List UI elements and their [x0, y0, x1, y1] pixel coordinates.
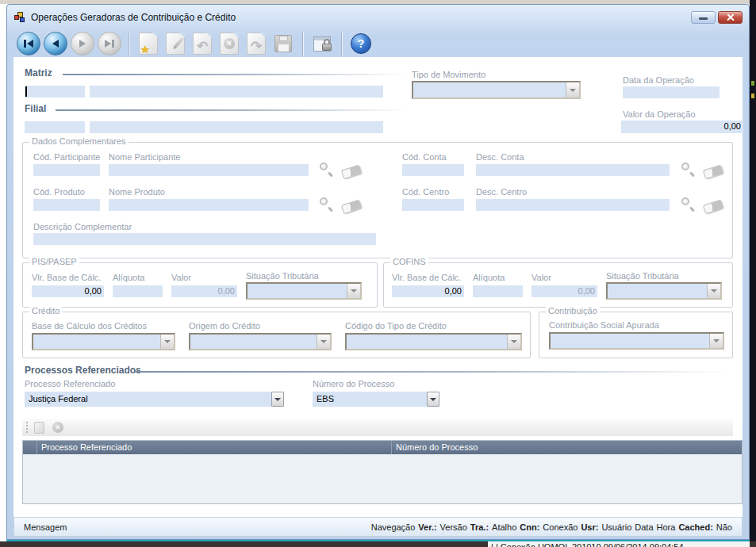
previous-record-button[interactable]	[44, 32, 67, 55]
pis-pasep-groupbox: PIS/PASEP Vlr. Base de Cálc. 0,00 Alíquo…	[22, 262, 378, 308]
dropdown-button[interactable]	[707, 284, 720, 298]
nome-produto-label: Nome Produto	[109, 187, 165, 197]
cod-conta-label: Cód. Conta	[402, 152, 447, 162]
cod-centro-label: Cód. Centro	[402, 187, 449, 197]
help-button[interactable]: ?	[349, 30, 373, 57]
cod-participante-input[interactable]	[33, 164, 100, 176]
pis-valor-label: Valor	[171, 273, 191, 282]
chevron-down-icon	[164, 340, 171, 343]
search-participante-button[interactable]	[317, 160, 336, 179]
descricao-complementar-input[interactable]	[33, 233, 376, 245]
processo-referenciado-combobox[interactable]: Justiça Federal	[25, 392, 284, 407]
pis-vlr-base-input[interactable]: 0,00	[32, 285, 104, 297]
processo-referenciado-label: Processo Referenciado	[25, 379, 115, 388]
dropdown-button[interactable]	[507, 335, 520, 349]
valor-operacao-input[interactable]: 0,00	[621, 120, 743, 133]
edit-record-button[interactable]	[163, 30, 187, 57]
cofins-situacao-combobox[interactable]	[606, 282, 722, 300]
processos-grid[interactable]: Processo Referenciado Número do Processo	[22, 440, 743, 504]
previous-record-icon	[52, 40, 59, 48]
dropdown-button[interactable]	[271, 392, 284, 407]
eraser-icon	[341, 200, 363, 215]
cod-conta-input[interactable]	[402, 164, 464, 176]
grid-column-processo-referenciado[interactable]: Processo Referenciado	[37, 441, 392, 454]
eraser-icon	[703, 165, 724, 180]
first-record-button[interactable]	[17, 32, 40, 55]
add-processo-button[interactable]	[34, 422, 44, 434]
pis-aliquota-label: Alíquota	[113, 273, 144, 282]
matriz-name-input[interactable]	[90, 86, 383, 98]
grid-body[interactable]	[23, 454, 742, 503]
clear-conta-button[interactable]	[704, 163, 723, 182]
pis-aliquota-input[interactable]	[113, 285, 163, 297]
filial-code-input[interactable]	[25, 121, 85, 133]
clear-participante-button[interactable]	[342, 163, 361, 182]
save-icon	[274, 35, 292, 52]
codigo-tipo-credito-combobox[interactable]	[345, 333, 522, 350]
undo-button[interactable]: ↶	[190, 30, 214, 57]
cancel-icon: ×	[220, 33, 239, 55]
last-record-button[interactable]	[98, 32, 121, 55]
matriz-code-input[interactable]	[25, 86, 85, 98]
clear-produto-button[interactable]	[342, 197, 361, 216]
next-record-button[interactable]	[71, 32, 94, 55]
eraser-icon	[703, 200, 724, 215]
pis-situacao-combobox[interactable]	[246, 282, 362, 300]
desktop-pixel-yellow	[751, 94, 754, 98]
contribuicao-social-combobox[interactable]	[549, 332, 724, 350]
dropdown-button[interactable]	[566, 82, 579, 98]
base-calculo-creditos-combobox[interactable]	[32, 333, 175, 350]
contribuicao-title: Contribuição	[546, 306, 600, 316]
dropdown-button[interactable]	[709, 334, 723, 348]
toolbar-grip	[26, 422, 28, 433]
search-icon	[680, 197, 696, 212]
cod-participante-label: Cód. Participante	[33, 152, 100, 162]
contribuicao-groupbox: Contribuição Contribuição Social Apurada	[539, 312, 733, 358]
redo-button[interactable]: ↷	[244, 30, 268, 57]
origem-credito-combobox[interactable]	[189, 333, 332, 350]
search-produto-button[interactable]	[317, 195, 336, 214]
tipo-movimento-combobox[interactable]	[412, 81, 581, 99]
cancel-record-button[interactable]: ×	[217, 30, 241, 57]
desc-centro-input[interactable]	[476, 199, 670, 211]
minimize-button[interactable]	[691, 11, 716, 24]
cofins-aliquota-label: Alíquota	[473, 273, 505, 282]
cofins-groupbox: COFINS Vlr. Base de Cálc. 0,00 Alíquota …	[383, 262, 733, 308]
data-operacao-input[interactable]	[623, 86, 720, 98]
lock-window-button[interactable]	[310, 30, 334, 57]
filial-name-input[interactable]	[90, 121, 383, 133]
clear-centro-button[interactable]	[704, 197, 723, 216]
toolbar-separator	[341, 32, 342, 55]
cofins-vlr-base-input[interactable]: 0,00	[392, 285, 464, 297]
cofins-valor-label: Valor	[532, 273, 551, 282]
window-title: Operações Geradoras de Contribuição e Cr…	[31, 12, 236, 23]
processos-toolbar: ×	[22, 419, 733, 436]
first-record-icon	[24, 40, 33, 48]
new-record-button[interactable]: ★	[136, 30, 160, 57]
cofins-aliquota-input[interactable]	[473, 285, 523, 297]
search-centro-button[interactable]	[678, 195, 697, 214]
app-window: Operações Geradoras de Contribuição e Cr…	[6, 4, 750, 540]
dropdown-button[interactable]	[317, 335, 330, 349]
cod-produto-input[interactable]	[33, 199, 100, 211]
nome-produto-input[interactable]	[109, 199, 309, 211]
dropdown-button[interactable]	[347, 284, 360, 298]
cofins-title: COFINS	[390, 257, 428, 266]
search-icon	[318, 197, 334, 212]
nome-participante-input[interactable]	[109, 164, 309, 176]
dropdown-button[interactable]	[160, 335, 174, 349]
desc-conta-input[interactable]	[476, 164, 670, 176]
grid-column-numero-processo[interactable]: Número do Processo	[392, 441, 742, 454]
close-button[interactable]	[718, 11, 743, 24]
numero-processo-label: Número do Processo	[313, 379, 394, 388]
descricao-complementar-label: Descrição Complementar	[33, 222, 132, 231]
save-button[interactable]	[271, 30, 295, 57]
numero-processo-combobox[interactable]: EBS	[313, 392, 439, 407]
remove-processo-button[interactable]: ×	[52, 422, 63, 433]
chevron-down-icon	[430, 398, 436, 401]
title-bar[interactable]: Operações Geradoras de Contribuição e Cr…	[13, 8, 743, 27]
search-conta-button[interactable]	[678, 160, 697, 179]
minimize-icon	[699, 17, 708, 20]
dropdown-button[interactable]	[427, 392, 439, 407]
cod-centro-input[interactable]	[402, 199, 464, 211]
